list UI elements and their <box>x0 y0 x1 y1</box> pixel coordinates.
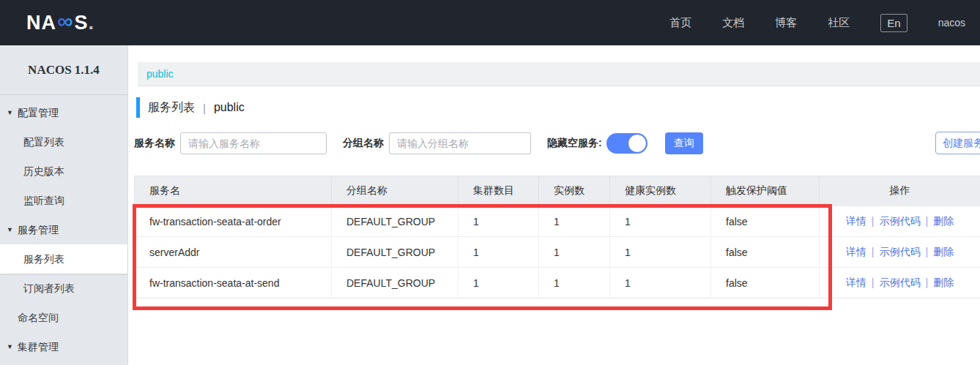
toggle-knob <box>628 134 647 153</box>
table-row: serverAddrDEFAULT_GROUP111false详情|示例代码|删… <box>135 237 980 268</box>
namespace-tab-public[interactable]: public <box>146 68 174 80</box>
nav-item-home[interactable]: 首页 <box>669 16 691 30</box>
sidebar-item-label: 配置管理 <box>18 107 59 118</box>
top-navigation: 首页文档博客社区 En nacos <box>669 14 965 32</box>
table-header-row: 服务名分组名称集群数目实例数健康实例数触发保护阈值操作 <box>135 176 980 206</box>
detail-link[interactable]: 详情 <box>846 276 866 288</box>
sidebar-item-label: 服务列表 <box>23 253 64 265</box>
logo-text-right: S <box>75 12 89 34</box>
cell-trigger-protect-threshold: false <box>711 268 820 298</box>
action-separator: | <box>872 246 875 257</box>
cell-instance-count: 1 <box>539 206 610 237</box>
cell-operations: 详情|示例代码|删除 <box>820 268 980 298</box>
nav-item-community[interactable]: 社区 <box>828 16 850 30</box>
service-table: 服务名分组名称集群数目实例数健康实例数触发保护阈值操作 fw-transacti… <box>134 176 980 298</box>
query-button[interactable]: 查询 <box>665 132 703 154</box>
group-name-label: 分组名称 <box>343 137 384 150</box>
cell-service-name: fw-transaction-seata-at-order <box>135 206 332 237</box>
cell-group-name: DEFAULT_GROUP <box>332 206 459 237</box>
sidebar-item-listening-query[interactable]: 监听查询 <box>0 186 127 215</box>
column-header: 集群数目 <box>459 176 539 206</box>
namespace-tab-strip: public <box>138 62 980 86</box>
caret-down-icon: ▼ <box>7 332 13 361</box>
sidebar-item-label: 命名空间 <box>18 312 59 323</box>
sidebar-item-label: 订阅者列表 <box>23 282 75 294</box>
language-toggle-button[interactable]: En <box>880 14 907 32</box>
sample-code-link[interactable]: 示例代码 <box>880 276 921 288</box>
logo-text-left: NA <box>26 12 56 34</box>
top-nav-links: 首页文档博客社区 <box>669 16 850 30</box>
filter-toolbar: 服务名称 分组名称 隐藏空服务: 查询 <box>134 132 703 154</box>
detail-link[interactable]: 详情 <box>846 246 866 257</box>
column-header: 服务名 <box>135 176 332 206</box>
sample-code-link[interactable]: 示例代码 <box>880 215 921 227</box>
sidebar-item-label: 服务管理 <box>18 224 59 236</box>
sidebar-menu: ▼配置管理配置列表历史版本监听查询▼服务管理服务列表订阅者列表命名空间▼集群管理 <box>0 95 127 361</box>
column-header: 健康实例数 <box>610 176 711 206</box>
sidebar-item-label: 历史版本 <box>23 165 64 177</box>
caret-down-icon: ▼ <box>7 215 13 244</box>
create-service-button[interactable]: 创建服务 <box>935 132 980 154</box>
cell-healthy-instance-count: 1 <box>610 268 711 298</box>
logo-dot: . <box>89 12 95 34</box>
sidebar-item-label: 集群管理 <box>18 341 59 353</box>
sidebar-version-title: NACOS 1.1.4 <box>0 45 127 95</box>
cell-operations: 详情|示例代码|删除 <box>820 237 980 268</box>
sidebar-item-service-list[interactable]: 服务列表 <box>0 244 127 274</box>
column-header: 实例数 <box>539 176 610 206</box>
nav-item-blog[interactable]: 博客 <box>775 16 797 30</box>
detail-link[interactable]: 详情 <box>846 215 866 227</box>
delete-link[interactable]: 删除 <box>933 276 954 288</box>
page-title-row: 服务列表 | public <box>136 97 245 118</box>
cell-instance-count: 1 <box>539 268 610 298</box>
sidebar: NACOS 1.1.4 ▼配置管理配置列表历史版本监听查询▼服务管理服务列表订阅… <box>0 45 128 365</box>
sidebar-item-service-management[interactable]: ▼服务管理 <box>0 215 127 244</box>
action-separator: | <box>872 215 875 227</box>
action-separator: | <box>926 246 929 257</box>
sidebar-item-subscriber-list[interactable]: 订阅者列表 <box>0 274 127 303</box>
cell-healthy-instance-count: 1 <box>610 206 711 237</box>
table-row: fw-transaction-seata-at-sendDEFAULT_GROU… <box>135 268 980 298</box>
sidebar-item-namespace[interactable]: 命名空间 <box>0 303 127 332</box>
delete-link[interactable]: 删除 <box>933 246 954 257</box>
hide-empty-service-label: 隐藏空服务: <box>547 137 602 150</box>
service-name-label: 服务名称 <box>134 137 175 150</box>
nav-item-docs[interactable]: 文档 <box>722 16 744 30</box>
cell-group-name: DEFAULT_GROUP <box>332 268 459 298</box>
infinity-icon: ∞ <box>57 12 74 33</box>
sidebar-item-label: 配置列表 <box>23 136 64 148</box>
column-header: 操作 <box>820 176 980 206</box>
cell-operations: 详情|示例代码|删除 <box>820 206 980 237</box>
main-content: public 服务列表 | public 服务名称 分组名称 隐藏空服务: 查询… <box>128 45 980 365</box>
action-separator: | <box>926 276 929 288</box>
cell-cluster-count: 1 <box>459 237 539 268</box>
title-separator: | <box>203 102 206 114</box>
cell-service-name: serverAddr <box>135 237 332 268</box>
column-header: 分组名称 <box>332 176 459 206</box>
nacos-logo[interactable]: NA∞S. <box>26 12 94 34</box>
cell-trigger-protect-threshold: false <box>711 237 820 268</box>
cell-instance-count: 1 <box>539 237 610 268</box>
action-separator: | <box>926 215 929 227</box>
cell-trigger-protect-threshold: false <box>711 206 820 237</box>
delete-link[interactable]: 删除 <box>933 215 954 227</box>
sidebar-item-config-management[interactable]: ▼配置管理 <box>0 98 127 127</box>
title-accent-bar <box>136 97 140 118</box>
sidebar-item-cluster-management[interactable]: ▼集群管理 <box>0 332 127 361</box>
table-row: fw-transaction-seata-at-orderDEFAULT_GRO… <box>135 206 980 237</box>
sidebar-item-history-versions[interactable]: 历史版本 <box>0 157 127 186</box>
cell-group-name: DEFAULT_GROUP <box>332 237 459 268</box>
title-namespace: public <box>214 101 245 114</box>
sidebar-item-label: 监听查询 <box>23 195 64 206</box>
sample-code-link[interactable]: 示例代码 <box>880 246 921 257</box>
top-header-bar: NA∞S. 首页文档博客社区 En nacos <box>0 0 980 45</box>
group-name-input[interactable] <box>389 132 531 154</box>
cell-healthy-instance-count: 1 <box>610 237 711 268</box>
column-header: 触发保护阈值 <box>711 176 820 206</box>
page-title: 服务列表 <box>148 100 195 116</box>
service-name-input[interactable] <box>180 132 327 154</box>
sidebar-item-config-list[interactable]: 配置列表 <box>0 127 127 157</box>
logged-in-user[interactable]: nacos <box>938 17 965 29</box>
hide-empty-service-toggle[interactable] <box>606 133 647 154</box>
action-separator: | <box>872 276 875 288</box>
